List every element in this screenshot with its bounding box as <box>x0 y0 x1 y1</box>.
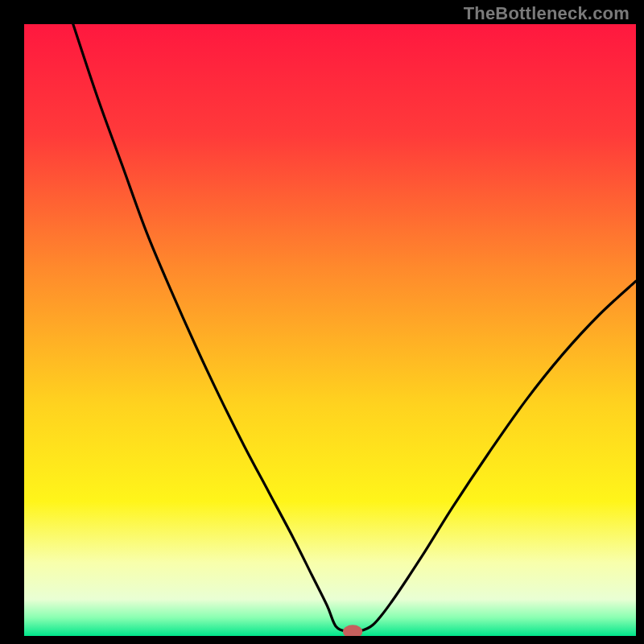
selected-point-marker <box>343 625 362 638</box>
chart-frame: { "watermark": "TheBottleneck.com", "cha… <box>0 0 644 644</box>
bottleneck-chart <box>0 0 644 644</box>
watermark-text: TheBottleneck.com <box>464 3 630 24</box>
plot-background-gradient <box>24 24 636 636</box>
